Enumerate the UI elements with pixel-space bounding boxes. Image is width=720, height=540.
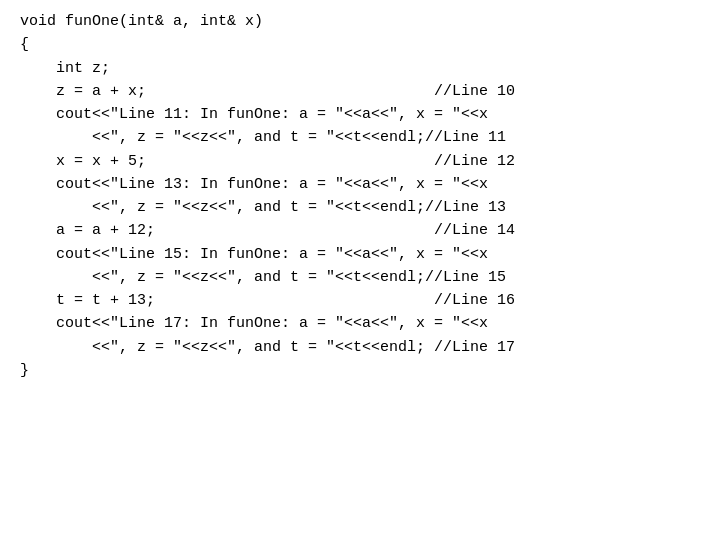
code-line: }	[20, 359, 700, 382]
code-line: <<", z = "<<z<<", and t = "<<t<<endl;//L…	[20, 126, 700, 149]
code-line: x = x + 5; //Line 12	[20, 150, 700, 173]
code-line: <<", z = "<<z<<", and t = "<<t<<endl; //…	[20, 336, 700, 359]
code-line: cout<<"Line 11: In funOne: a = "<<a<<", …	[20, 103, 700, 126]
code-line: a = a + 12; //Line 14	[20, 219, 700, 242]
code-line: cout<<"Line 15: In funOne: a = "<<a<<", …	[20, 243, 700, 266]
code-line: cout<<"Line 17: In funOne: a = "<<a<<", …	[20, 312, 700, 335]
code-line: int z;	[20, 57, 700, 80]
code-line: t = t + 13; //Line 16	[20, 289, 700, 312]
code-line: z = a + x; //Line 10	[20, 80, 700, 103]
code-line: void funOne(int& a, int& x)	[20, 10, 700, 33]
code-line: <<", z = "<<z<<", and t = "<<t<<endl;//L…	[20, 266, 700, 289]
code-line: {	[20, 33, 700, 56]
code-line: <<", z = "<<z<<", and t = "<<t<<endl;//L…	[20, 196, 700, 219]
code-line: cout<<"Line 13: In funOne: a = "<<a<<", …	[20, 173, 700, 196]
code-display: void funOne(int& a, int& x){ int z; z = …	[0, 0, 720, 540]
